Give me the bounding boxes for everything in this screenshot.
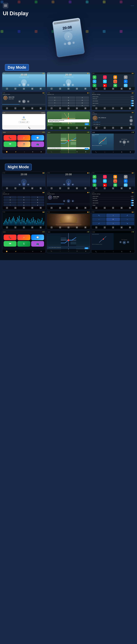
- nav-bt[interactable]: B: [31, 88, 33, 90]
- nav3-bt[interactable]: B: [121, 88, 122, 90]
- nnight1-apps[interactable]: ⊞: [40, 187, 42, 189]
- night-dial-7[interactable]: 7: [4, 202, 17, 204]
- night-app-car[interactable]: 🚗: [113, 179, 117, 183]
- app-bt[interactable]: B: [124, 80, 128, 83]
- night-dial-4[interactable]: 4: [4, 199, 17, 201]
- app-car[interactable]: 🚗: [113, 80, 117, 83]
- nnight5-home[interactable]: ⌂: [68, 207, 70, 209]
- nav4-bt[interactable]: B: [31, 107, 33, 109]
- day1-prev[interactable]: ⏮: [18, 84, 21, 86]
- bt-next[interactable]: ⏭: [27, 100, 30, 103]
- dial-7[interactable]: 7: [48, 102, 61, 104]
- nnight4-phone[interactable]: 📞: [6, 207, 8, 209]
- night-app-bt[interactable]: B: [124, 179, 128, 183]
- nnight6-phone[interactable]: 📞: [95, 207, 97, 209]
- nav-home[interactable]: ⌂: [23, 88, 25, 90]
- night1-prev[interactable]: ⏮: [18, 183, 21, 186]
- toggle-auto-answer[interactable]: [131, 100, 134, 102]
- nnight4-apps[interactable]: ⊞: [40, 207, 42, 209]
- nav3-apps[interactable]: ⊞: [129, 88, 131, 90]
- nav2-apps[interactable]: ⊞: [84, 88, 86, 90]
- nav5-music[interactable]: ♪: [59, 107, 61, 109]
- nnight1-home[interactable]: ⌂: [23, 187, 25, 189]
- nnight5-apps[interactable]: ⊞: [84, 207, 86, 209]
- dial-9[interactable]: 9: [76, 102, 89, 104]
- night-toggle-auto-connect[interactable]: [131, 202, 134, 204]
- nnight6-music[interactable]: ♪: [104, 207, 106, 209]
- nnight7-phone[interactable]: 📞: [6, 226, 8, 228]
- nnight1-music[interactable]: ♪: [14, 187, 16, 189]
- menu-icon[interactable]: [3, 3, 8, 8]
- app-music[interactable]: ♫: [103, 76, 107, 79]
- nnight9-phone[interactable]: 📞: [95, 226, 97, 228]
- nnight9-music[interactable]: ♪: [104, 226, 106, 228]
- dial-2[interactable]: 2: [62, 96, 75, 99]
- nav7-home[interactable]: ⌂: [68, 127, 70, 129]
- day2-next[interactable]: ⏭: [72, 84, 74, 86]
- prev-btn[interactable]: ⏮: [64, 42, 66, 45]
- nnight2-home[interactable]: ⌂: [68, 187, 70, 189]
- local-song-2[interactable]: ○ 华年_抖音版.mp3: [92, 123, 128, 126]
- nav4-phone[interactable]: 📞: [6, 107, 8, 109]
- nnight6-bt[interactable]: B: [121, 207, 122, 209]
- night1-play[interactable]: ⏸: [22, 183, 26, 186]
- nav6-apps[interactable]: ⊞: [129, 107, 131, 109]
- nav-dots[interactable]: ···: [131, 4, 134, 8]
- nav3-home[interactable]: ⌂: [112, 88, 114, 90]
- night-app-waze[interactable]: W: [103, 179, 107, 183]
- dial-6[interactable]: 6: [76, 99, 89, 102]
- nav4-music[interactable]: ♪: [14, 107, 16, 109]
- dial-3[interactable]: 3: [76, 96, 89, 99]
- night-dial-5[interactable]: 5: [17, 199, 30, 201]
- nnight3-music[interactable]: ♪: [104, 187, 106, 189]
- np-play[interactable]: ▶: [122, 140, 126, 144]
- nav6-phone[interactable]: 📞: [95, 107, 97, 109]
- nav6-home[interactable]: ⌂: [112, 107, 114, 109]
- np-next[interactable]: ⏭: [127, 140, 129, 143]
- nav3-phone[interactable]: 📞: [95, 88, 97, 90]
- dial-1[interactable]: 1: [48, 96, 61, 99]
- night-toggle-power[interactable]: [131, 204, 134, 206]
- nnight9-home[interactable]: ⌂: [112, 226, 114, 228]
- nnight8-apps[interactable]: ⊞: [84, 226, 86, 228]
- nav7-phone[interactable]: 📞: [50, 127, 52, 129]
- night-dial-9[interactable]: 9: [31, 202, 44, 204]
- night-dial-6[interactable]: 6: [31, 199, 44, 201]
- night2-next[interactable]: ⏭: [72, 183, 74, 186]
- next-btn[interactable]: ⏭: [72, 41, 75, 44]
- nav-apps[interactable]: ⊞: [40, 88, 42, 90]
- lm-prev[interactable]: ⏮: [130, 116, 132, 118]
- nav8-home[interactable]: ⌂: [112, 127, 114, 129]
- nnight5-music[interactable]: ♪: [59, 207, 61, 209]
- nav-phone[interactable]: 📞: [6, 88, 8, 90]
- nbt-next[interactable]: ⏭: [72, 200, 74, 202]
- nav5-phone[interactable]: 📞: [50, 107, 52, 109]
- dial-8[interactable]: 8: [62, 102, 75, 104]
- night1-next[interactable]: ⏭: [27, 183, 30, 186]
- nnight3-home[interactable]: ⌂: [112, 187, 114, 189]
- app-waze[interactable]: W: [103, 80, 107, 83]
- nav2-phone[interactable]: 📞: [50, 88, 52, 90]
- play-btn[interactable]: ⏸: [68, 42, 71, 45]
- night-app-settings[interactable]: ⚙: [124, 175, 128, 178]
- day2-play[interactable]: ⏸: [67, 83, 70, 86]
- nav3-music[interactable]: ♪: [104, 88, 106, 90]
- dial-4[interactable]: 4: [48, 99, 61, 102]
- app-photos[interactable]: 🌸: [113, 76, 117, 79]
- nnight4-music[interactable]: ♪: [14, 207, 16, 209]
- nnight6-home[interactable]: ⌂: [112, 207, 114, 209]
- nav8-music[interactable]: ♪: [104, 127, 106, 129]
- nnight7-bt[interactable]: B: [31, 226, 33, 228]
- np-prev[interactable]: ⏮: [119, 140, 122, 143]
- nnight8-phone[interactable]: 📞: [50, 226, 52, 228]
- nav6-bt[interactable]: B: [121, 107, 122, 109]
- nav8-phone[interactable]: 📞: [95, 127, 97, 129]
- nnight7-music[interactable]: ♪: [14, 226, 16, 228]
- nnight1-bt[interactable]: B: [31, 187, 33, 189]
- nnight4-home[interactable]: ⌂: [23, 207, 25, 209]
- nav4-apps[interactable]: ⊞: [40, 107, 42, 109]
- nav2-music[interactable]: ♪: [59, 88, 61, 90]
- nav4-home[interactable]: ⌂: [23, 107, 25, 109]
- nnight1-phone[interactable]: 📞: [6, 187, 8, 189]
- night-app-telegram[interactable]: ✈: [93, 179, 96, 183]
